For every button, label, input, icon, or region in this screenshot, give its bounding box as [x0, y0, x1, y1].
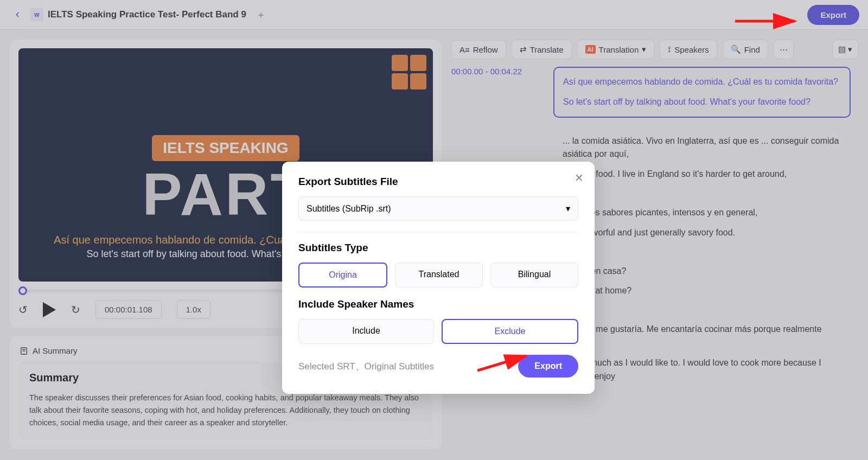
caret-down-icon: ▾ — [566, 203, 570, 214]
export-modal: ✕ Export Subtitles File Subtitles (SubRi… — [282, 162, 595, 394]
type-option-original[interactable]: Origina — [298, 263, 387, 288]
close-icon[interactable]: ✕ — [575, 171, 584, 184]
speaker-option-exclude[interactable]: Exclude — [442, 319, 578, 344]
speaker-option-include[interactable]: Include — [298, 319, 434, 344]
format-select[interactable]: Subtitles (SubRip .srt) ▾ — [298, 196, 578, 221]
speaker-options: Include Exclude — [298, 319, 578, 344]
modal-title: Export Subtitles File — [298, 176, 578, 188]
type-label: Subtitles Type — [298, 242, 578, 254]
type-options: Origina Translated Bilingual — [298, 263, 578, 288]
modal-export-button[interactable]: Export — [518, 355, 578, 378]
type-option-translated[interactable]: Translated — [395, 263, 483, 288]
format-value: Subtitles (SubRip .srt) — [307, 204, 391, 214]
speaker-label: Include Speaker Names — [298, 298, 578, 310]
selection-summary: Selected SRT、Original Subtitles — [298, 360, 434, 373]
divider — [298, 232, 578, 232]
type-option-bilingual[interactable]: Bilingual — [490, 263, 578, 288]
modal-footer: Selected SRT、Original Subtitles Export — [298, 355, 578, 378]
